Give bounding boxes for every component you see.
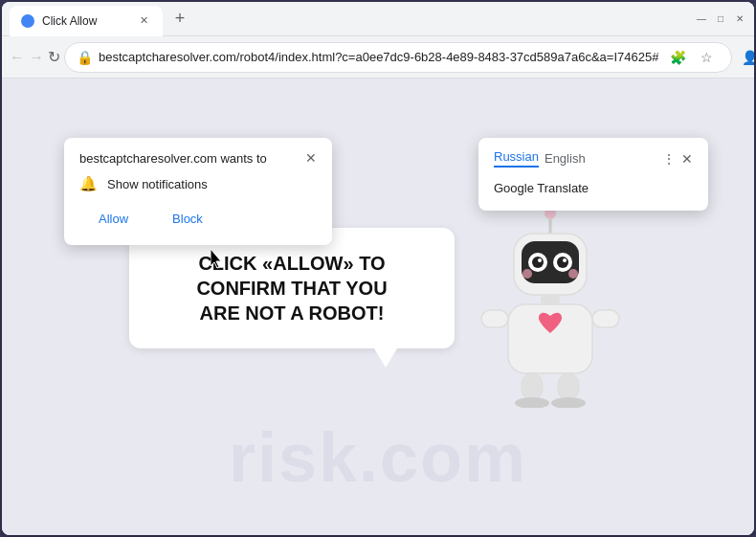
block-button[interactable]: Block: [155, 206, 220, 232]
svg-point-10: [523, 269, 532, 279]
svg-rect-15: [592, 310, 619, 327]
translate-more-button[interactable]: ⋮: [662, 151, 676, 167]
svg-rect-14: [481, 310, 508, 327]
translate-popup: Russian English ⋮ ✕ Google Translate: [478, 138, 708, 211]
notification-popup: bestcaptcharesolver.com wants to ✕ 🔔 Sho…: [64, 138, 332, 245]
svg-rect-12: [541, 295, 560, 304]
translate-russian-button[interactable]: Russian: [494, 149, 539, 168]
allow-button[interactable]: Allow: [79, 206, 147, 232]
robot-image: [474, 207, 627, 408]
speech-bubble: CLICK «ALLOW» TO CONFIRM THAT YOU ARE NO…: [129, 228, 455, 348]
bubble-text: CLICK «ALLOW» TO CONFIRM THAT YOU ARE NO…: [160, 251, 424, 325]
tab-close-button[interactable]: ✕: [136, 13, 151, 29]
forward-button[interactable]: →: [29, 42, 44, 73]
svg-point-6: [532, 257, 544, 268]
url-text: bestcaptcharesolver.com/robot4/index.htm…: [99, 50, 658, 64]
google-translate-option[interactable]: Google Translate: [494, 177, 693, 199]
lock-icon: 🔒: [77, 50, 93, 65]
address-bar[interactable]: 🔒 bestcaptcharesolver.com/robot4/index.h…: [64, 42, 732, 73]
svg-point-9: [563, 258, 567, 262]
translate-english-button[interactable]: English: [545, 151, 586, 166]
window-controls: — □ ✕: [695, 12, 746, 26]
tab-favicon: [21, 14, 34, 28]
popup-close-button[interactable]: ✕: [305, 151, 317, 165]
bookmark-button[interactable]: ☆: [693, 44, 720, 71]
profile-button[interactable]: 👤: [736, 44, 754, 71]
maximize-button[interactable]: □: [714, 12, 727, 26]
tab-title: Click Allow: [42, 14, 128, 28]
browser-window: Click Allow ✕ + — □ ✕ ← → ↻ 🔒 bestcaptch…: [2, 2, 754, 535]
back-button[interactable]: ←: [10, 42, 25, 73]
notification-label: Show notifications: [107, 177, 208, 191]
refresh-button[interactable]: ↻: [48, 42, 60, 73]
svg-rect-16: [522, 373, 543, 400]
translate-close-button[interactable]: ✕: [681, 151, 693, 167]
new-tab-button[interactable]: +: [167, 6, 193, 33]
popup-header: bestcaptcharesolver.com wants to ✕: [79, 151, 317, 166]
nav-bar: ← → ↻ 🔒 bestcaptcharesolver.com/robot4/i…: [2, 36, 754, 78]
svg-point-18: [515, 397, 549, 408]
tab-strip: Click Allow ✕ +: [10, 2, 687, 35]
svg-point-8: [538, 258, 542, 262]
popup-buttons: Allow Block: [79, 206, 317, 232]
title-bar: Click Allow ✕ + — □ ✕: [2, 2, 754, 36]
minimize-button[interactable]: —: [695, 12, 708, 26]
close-button[interactable]: ✕: [733, 12, 746, 26]
address-actions: 🧩 ☆: [664, 44, 720, 71]
svg-rect-13: [508, 304, 592, 373]
svg-point-7: [557, 257, 568, 268]
page-content: risk.com CLICK «ALLOW» TO CONFIRM THAT Y…: [2, 78, 754, 535]
robot-container: [474, 207, 627, 408]
popup-title: bestcaptcharesolver.com wants to: [79, 151, 267, 166]
extensions-button[interactable]: 🧩: [664, 44, 691, 71]
translate-header: Russian English ⋮ ✕: [494, 149, 693, 168]
svg-point-19: [551, 397, 586, 408]
nav-right-buttons: 👤 ⋮: [736, 44, 754, 71]
bell-icon: 🔔: [79, 175, 98, 192]
svg-rect-17: [558, 373, 579, 400]
svg-point-11: [568, 269, 578, 279]
popup-notification-row: 🔔 Show notifications: [79, 175, 317, 192]
active-tab[interactable]: Click Allow ✕: [10, 6, 163, 36]
